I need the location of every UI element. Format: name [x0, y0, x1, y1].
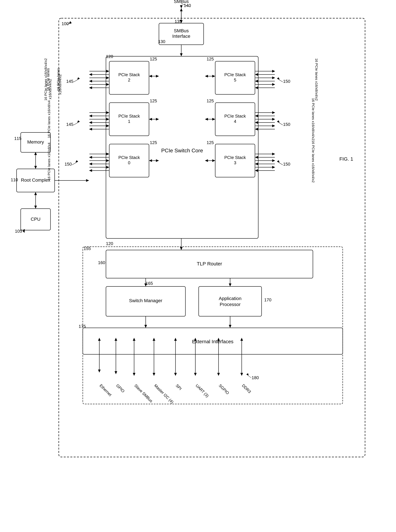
svg-marker-255 [205, 159, 208, 162]
svg-marker-115 [106, 159, 109, 162]
svg-text:125: 125 [150, 140, 157, 145]
svg-text:160: 160 [98, 260, 105, 265]
svg-marker-165 [86, 179, 89, 182]
svg-marker-77 [194, 338, 197, 341]
svg-text:SGPIO: SGPIO [218, 383, 230, 395]
svg-marker-103 [106, 118, 109, 121]
svg-marker-155 [272, 166, 275, 169]
svg-marker-149 [255, 156, 258, 159]
svg-text:Switch Manager: Switch Manager [129, 298, 163, 303]
svg-line-203 [277, 79, 283, 82]
svg-marker-85 [240, 338, 243, 341]
svg-text:CPU: CPU [31, 216, 41, 222]
svg-text:125: 125 [207, 140, 214, 145]
svg-text:16 PCIe lanes x16/x8/x4/x2: 16 PCIe lanes x16/x8/x4/x2 [315, 58, 319, 101]
svg-text:135: 135 [175, 19, 182, 24]
svg-marker-163 [34, 192, 37, 195]
svg-marker-141 [255, 121, 258, 124]
svg-marker-204 [277, 77, 280, 80]
svg-marker-89 [89, 73, 92, 76]
svg-rect-7 [109, 61, 149, 94]
svg-marker-67 [153, 373, 155, 376]
svg-marker-195 [77, 77, 80, 80]
svg-text:PCIe Stack: PCIe Stack [224, 72, 246, 77]
svg-text:3: 3 [234, 160, 236, 165]
svg-text:150: 150 [283, 162, 290, 167]
svg-text:UART (3): UART (3) [195, 383, 210, 398]
svg-marker-172 [69, 21, 72, 24]
svg-marker-151 [272, 159, 275, 162]
svg-marker-41 [180, 20, 183, 23]
svg-marker-95 [106, 83, 109, 86]
svg-marker-153 [255, 163, 258, 165]
svg-marker-147 [272, 153, 275, 155]
svg-text:175: 175 [79, 324, 86, 329]
svg-marker-145 [255, 128, 258, 130]
svg-text:5: 5 [234, 77, 236, 82]
svg-rect-13 [109, 144, 149, 177]
svg-rect-10 [109, 103, 149, 136]
svg-marker-157 [255, 169, 258, 172]
svg-text:16 PCIe lanes x16/x8/x4: 16 PCIe lanes x16/x8/x4 [47, 100, 51, 138]
svg-text:145: 145 [66, 122, 73, 127]
svg-marker-159 [34, 166, 37, 169]
svg-marker-69 [153, 338, 155, 341]
svg-text:125: 125 [150, 98, 157, 103]
svg-text:16 PCIe lanes x16/x8/x4: 16 PCIe lanes x16/x8/x4 [47, 143, 51, 180]
svg-rect-19 [215, 103, 255, 136]
svg-text:FIG. 1: FIG. 1 [339, 156, 353, 162]
svg-rect-22 [215, 144, 255, 177]
svg-marker-51 [144, 325, 147, 328]
svg-text:TLP Router: TLP Router [197, 261, 222, 266]
svg-marker-101 [89, 115, 92, 117]
svg-marker-240 [149, 75, 152, 77]
svg-marker-133 [255, 87, 258, 89]
svg-text:4: 4 [234, 119, 236, 124]
svg-marker-91 [106, 76, 109, 79]
svg-text:Application: Application [219, 296, 242, 301]
svg-text:PCIe Stack: PCIe Stack [118, 72, 140, 77]
svg-marker-251 [212, 118, 215, 121]
svg-marker-49 [229, 283, 232, 286]
arrows-svg: SMBus Interface PCIe Switch Core PCIe St… [0, 0, 396, 532]
svg-text:SMBus: SMBus [174, 0, 189, 4]
svg-text:PCIe Stack: PCIe Stack [224, 155, 246, 160]
svg-marker-93 [89, 80, 92, 82]
svg-marker-119 [106, 166, 109, 169]
svg-marker-63 [133, 373, 135, 376]
svg-text:125: 125 [150, 57, 157, 61]
svg-marker-249 [205, 75, 208, 77]
svg-rect-2 [159, 23, 204, 45]
svg-marker-218 [246, 373, 249, 375]
svg-rect-34 [21, 133, 51, 152]
svg-text:125: 125 [207, 98, 214, 103]
svg-marker-175 [23, 229, 25, 233]
svg-marker-117 [89, 163, 92, 165]
svg-marker-239 [156, 75, 159, 77]
svg-text:x16/x8/x4/x2: x16/x8/x4/x2 [48, 79, 52, 99]
svg-text:155: 155 [84, 246, 91, 251]
svg-marker-71 [174, 373, 177, 376]
svg-rect-0 [59, 18, 365, 457]
svg-text:100: 100 [62, 21, 69, 26]
svg-text:PCIe Stack: PCIe Stack [118, 114, 140, 118]
svg-rect-36 [17, 169, 55, 192]
svg-marker-143 [272, 124, 275, 127]
svg-marker-75 [194, 373, 197, 376]
svg-marker-99 [106, 111, 109, 114]
svg-text:105: 105 [15, 229, 22, 234]
svg-marker-53 [229, 325, 232, 328]
svg-marker-111 [106, 153, 109, 155]
svg-line-194 [74, 79, 80, 82]
svg-text:16 PCIe lanes x16/x8/x4/x2: 16 PCIe lanes x16/x8/x4/x2 [311, 140, 315, 183]
svg-marker-242 [156, 118, 159, 121]
svg-marker-57 [98, 338, 101, 341]
svg-marker-169 [180, 8, 183, 11]
svg-rect-16 [215, 61, 255, 94]
svg-text:16 PCIe lanes: 16 PCIe lanes [46, 68, 50, 91]
svg-marker-162 [34, 206, 37, 209]
svg-text:130: 130 [158, 39, 165, 44]
svg-line-206 [277, 122, 283, 125]
svg-text:150: 150 [283, 122, 290, 127]
svg-text:SMBus: SMBus [174, 28, 189, 33]
